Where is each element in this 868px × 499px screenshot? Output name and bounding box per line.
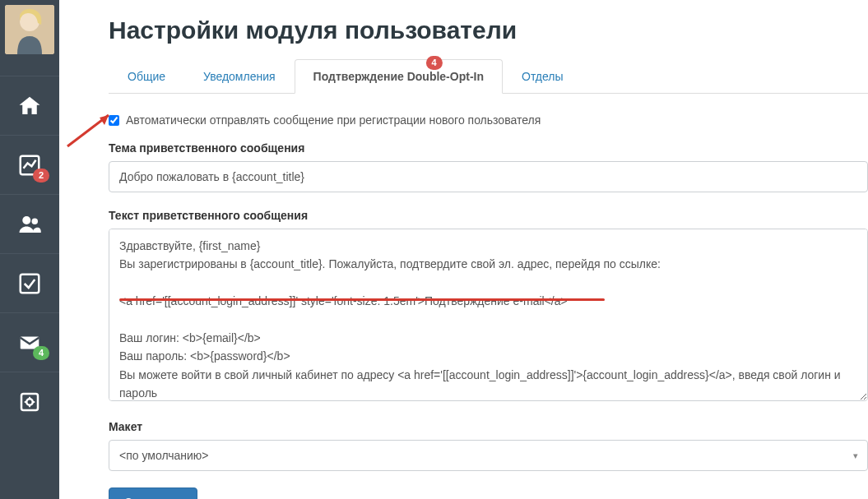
- analytics-badge: 2: [33, 169, 49, 183]
- nav-settings[interactable]: [0, 372, 59, 431]
- avatar[interactable]: [5, 5, 54, 54]
- nav-users[interactable]: [0, 194, 59, 253]
- nav-mail[interactable]: 4: [0, 312, 59, 372]
- checkbox-icon: [17, 271, 42, 296]
- subject-label: Тема приветственного сообщения: [109, 141, 868, 155]
- svg-rect-5: [21, 274, 39, 293]
- tab-general[interactable]: Общие: [109, 59, 184, 94]
- svg-point-4: [32, 218, 39, 224]
- svg-point-8: [26, 399, 33, 405]
- body-textarea[interactable]: [109, 229, 868, 401]
- nav-tasks[interactable]: [0, 253, 59, 312]
- auto-send-label: Автоматически отправлять сообщение при р…: [126, 113, 541, 127]
- nav-home[interactable]: [0, 76, 59, 135]
- page-title: Настройки модуля пользователи: [109, 16, 868, 44]
- tab-double-opt-in[interactable]: Подтверждение Double-Opt-In: [295, 59, 503, 94]
- avatar-image-icon: [5, 5, 54, 54]
- sidebar: 4 2 4: [0, 0, 59, 499]
- svg-rect-7: [21, 394, 38, 410]
- save-button[interactable]: Сохранить: [109, 487, 197, 499]
- layout-label: Макет: [109, 420, 868, 433]
- layout-select[interactable]: <по умолчанию>: [109, 440, 868, 471]
- safe-icon: [17, 390, 42, 414]
- tab-notifications[interactable]: Уведомления: [184, 59, 295, 94]
- svg-point-3: [22, 216, 30, 224]
- mail-badge: 4: [33, 346, 49, 360]
- main-content: Настройки модуля пользователи Общие Увед…: [59, 0, 868, 499]
- tab-departments[interactable]: Отделы: [503, 59, 583, 94]
- nav-analytics[interactable]: 2: [0, 135, 59, 194]
- body-label: Текст приветственного сообщения: [109, 209, 868, 222]
- annotation-arrow-icon: [63, 107, 121, 148]
- home-icon: [17, 94, 42, 118]
- subject-input[interactable]: [109, 161, 868, 192]
- avatar-badge: 4: [425, 56, 442, 70]
- tabs: Общие Уведомления Подтверждение Double-O…: [109, 59, 868, 94]
- users-icon: [17, 212, 42, 237]
